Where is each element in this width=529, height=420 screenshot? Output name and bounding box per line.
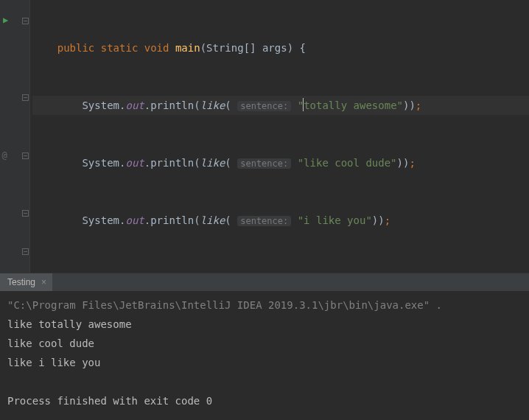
semi: ; — [409, 157, 415, 169]
console-command: "C:\Program Files\JetBrains\IntelliJ IDE… — [7, 299, 442, 311]
run-icon[interactable]: ▶ — [3, 15, 8, 25]
dot: . — [144, 157, 150, 169]
console-line: like i like you — [7, 357, 100, 368]
kw: void — [144, 42, 169, 54]
param: args — [256, 42, 287, 54]
type: String[] — [206, 42, 256, 54]
code-line-active[interactable]: System.out.println(like( sentence: "tota… — [32, 96, 529, 115]
parameter-hint: sentence: — [237, 158, 291, 169]
code-line[interactable]: System.out.println(like( sentence: "like… — [32, 153, 529, 172]
method-name: main — [175, 42, 200, 54]
code-line[interactable]: public static void main(String[] args) { — [32, 38, 529, 57]
ident: System — [82, 157, 119, 169]
brace: { — [293, 42, 306, 54]
call: like — [200, 214, 225, 226]
ident: System — [82, 99, 119, 111]
fold-icon[interactable] — [22, 210, 29, 217]
field: out — [125, 157, 144, 169]
paren: ) — [287, 42, 293, 54]
close-icon[interactable]: × — [40, 277, 48, 287]
code-line[interactable]: System.out.println(like( sentence: "i li… — [32, 211, 529, 230]
caret — [303, 98, 304, 111]
call: println — [150, 157, 194, 169]
kw: static — [101, 42, 139, 54]
paren: ( — [225, 214, 237, 226]
paren: ( — [200, 42, 206, 54]
code-editor[interactable]: ▶ @ public static void main(String[] arg… — [0, 0, 529, 273]
fold-icon[interactable] — [22, 248, 29, 255]
paren: ( — [194, 99, 200, 111]
call: println — [150, 99, 194, 111]
console-line: like cool dude — [7, 337, 94, 349]
dot: . — [144, 99, 150, 111]
code-line[interactable]: } — [32, 268, 529, 273]
parameter-hint: sentence: — [237, 101, 291, 111]
string-literal: "like cool dude" — [298, 157, 397, 169]
ident: System — [82, 214, 119, 226]
call: like — [200, 157, 225, 169]
semi: ; — [385, 214, 390, 226]
paren: )) — [397, 157, 410, 169]
semi: ; — [416, 99, 421, 111]
field: out — [125, 99, 144, 111]
brace: } — [57, 272, 63, 273]
console-exit: Process finished with exit code 0 — [7, 395, 212, 407]
tab-label: Testing — [7, 277, 35, 287]
fold-icon[interactable] — [22, 18, 29, 24]
string-literal: "i like you" — [298, 214, 372, 226]
code-body[interactable]: public static void main(String[] args) {… — [32, 0, 529, 273]
paren: ( — [194, 214, 200, 226]
run-panel-tabs: Testing × — [0, 273, 529, 291]
console-line: like totally awesome — [7, 318, 132, 330]
paren: ( — [225, 99, 237, 111]
string-literal: "totally awesome" — [298, 99, 403, 111]
paren: )) — [372, 214, 385, 226]
call: println — [150, 214, 194, 226]
paren: ( — [225, 157, 237, 169]
field: out — [125, 214, 144, 226]
fold-icon[interactable] — [22, 153, 29, 159]
editor-gutter: ▶ @ — [0, 0, 30, 273]
tab-testing[interactable]: Testing × — [0, 273, 52, 291]
parameter-hint: sentence: — [237, 216, 291, 226]
fold-icon[interactable] — [22, 94, 29, 101]
change-marker-icon: @ — [0, 150, 9, 161]
run-console[interactable]: "C:\Program Files\JetBrains\IntelliJ IDE… — [0, 291, 529, 420]
kw: public — [57, 42, 95, 54]
paren: )) — [403, 99, 416, 111]
call: like — [200, 99, 225, 111]
paren: ( — [194, 157, 200, 169]
dot: . — [144, 214, 150, 226]
